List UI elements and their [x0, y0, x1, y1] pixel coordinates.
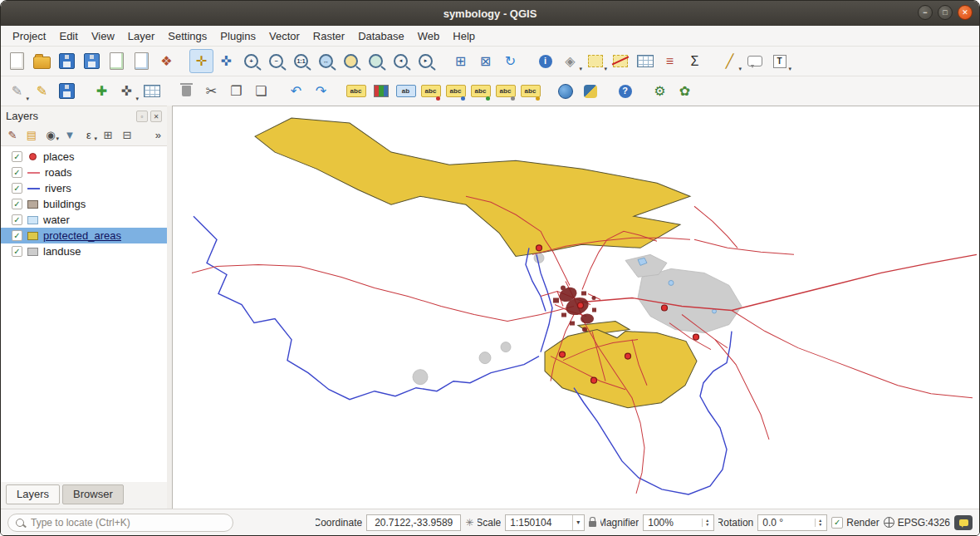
layer-row-places[interactable]: places [1, 149, 167, 165]
tab-layers[interactable]: Layers [6, 484, 60, 504]
undo-icon[interactable]: ↶ [284, 79, 308, 103]
layer-labeling-icon[interactable]: abc [344, 79, 368, 103]
new-map-view-icon[interactable]: ⊞ [448, 49, 473, 73]
layer-checkbox[interactable] [12, 214, 22, 225]
copy-features-icon[interactable]: ❐ [224, 79, 248, 103]
maximize-button[interactable]: □ [938, 5, 953, 20]
zoom-in-icon[interactable]: + [239, 49, 263, 73]
panel-overflow-chevron[interactable]: » [153, 129, 164, 141]
layer-row-rivers[interactable]: rivers [1, 180, 167, 196]
chevron-down-icon[interactable]: ▾ [572, 515, 580, 530]
select-features-icon[interactable]: ▾ [583, 49, 607, 73]
cut-features-icon[interactable]: ✂ [199, 79, 223, 103]
statistical-summary-icon[interactable]: Σ [683, 49, 707, 73]
show-hide-labels-icon[interactable]: abc [443, 79, 468, 103]
highlight-labels-icon[interactable]: ab [394, 79, 418, 103]
layer-checkbox[interactable] [12, 199, 22, 209]
pan-map-icon[interactable]: ✛ [189, 49, 213, 73]
layer-diagram-icon[interactable] [369, 79, 393, 103]
layer-row-protected-areas[interactable]: protected_areas [1, 228, 167, 243]
save-project-icon[interactable] [55, 49, 79, 73]
refresh-map-icon[interactable]: ↻ [498, 49, 522, 73]
show-layout-manager-icon[interactable] [130, 49, 154, 73]
move-label-icon[interactable]: abc [468, 79, 492, 103]
titlebar[interactable]: symbology - QGIS − □ ✕ [1, 1, 979, 26]
measure-icon[interactable]: ╱ ▾ [718, 49, 742, 73]
save-project-as-icon[interactable] [80, 49, 104, 73]
layer-checkbox[interactable] [12, 183, 22, 194]
pin-labels-icon[interactable]: abc [419, 79, 443, 103]
open-project-icon[interactable] [30, 49, 54, 73]
filter-legend-icon[interactable]: ▼ [61, 126, 78, 143]
toggle-editing-icon[interactable]: ✎ [30, 79, 54, 103]
map-canvas[interactable] [173, 106, 979, 509]
layer-checkbox[interactable] [12, 151, 22, 162]
rotation-spinbox[interactable]: 0.0 ° ▲▼ [757, 514, 827, 531]
change-label-icon[interactable]: abc [518, 79, 542, 103]
scale-combobox[interactable]: 1:150104 ▾ [505, 514, 585, 531]
deselect-features-icon[interactable] [608, 49, 632, 73]
collapse-all-icon[interactable]: ⊟ [119, 126, 135, 143]
zoom-last-icon[interactable]: ◂ [389, 49, 413, 73]
new-3d-map-view-icon[interactable]: ⊠ [473, 49, 497, 73]
zoom-out-icon[interactable]: − [264, 49, 288, 73]
zoom-to-layer-icon[interactable] [364, 49, 388, 73]
new-print-layout-icon[interactable] [105, 49, 129, 73]
layer-checkbox[interactable] [12, 230, 22, 241]
menu-item[interactable]: Project [6, 27, 52, 45]
paste-features-icon[interactable]: ❏ [249, 79, 273, 103]
menu-item[interactable]: Raster [306, 27, 351, 45]
delete-selected-icon[interactable] [174, 79, 198, 103]
identify-features-icon[interactable]: i [533, 49, 557, 73]
locate-input[interactable] [29, 516, 225, 529]
save-layer-edits-icon[interactable] [55, 79, 79, 103]
menu-item[interactable]: Vector [262, 27, 306, 45]
vertex-tool-icon[interactable]: ✜ ▾ [115, 79, 139, 103]
redo-icon[interactable]: ↷ [309, 79, 333, 103]
pan-to-selection-icon[interactable]: ✜ [214, 49, 238, 73]
locate-search[interactable] [7, 514, 233, 532]
menu-item[interactable]: Plugins [213, 27, 262, 45]
menu-item[interactable]: Web [411, 27, 447, 45]
spinner-arrows-icon[interactable]: ▲▼ [815, 519, 822, 527]
layer-checkbox[interactable] [12, 167, 22, 178]
layer-checkbox[interactable] [12, 246, 22, 257]
minimize-button[interactable]: − [918, 5, 933, 20]
render-checkbox[interactable] [831, 517, 843, 529]
metasearch-icon[interactable] [553, 79, 577, 103]
zoom-to-selection-icon[interactable] [339, 49, 363, 73]
scale-lock-icon[interactable] [589, 521, 596, 527]
python-console-icon[interactable] [578, 79, 602, 103]
float-panel-icon[interactable]: ▫ [136, 111, 148, 122]
render-toggle[interactable]: Render [831, 517, 879, 529]
run-feature-action-icon[interactable]: ◈ ▾ [558, 49, 582, 73]
open-attribute-table-icon[interactable] [633, 49, 657, 73]
current-edits-icon[interactable]: ✎ ▾ [5, 79, 29, 103]
menu-item[interactable]: Database [351, 27, 411, 45]
messages-button[interactable] [954, 515, 973, 530]
menu-item[interactable]: Layer [121, 27, 162, 45]
help-icon[interactable]: ? [613, 79, 637, 103]
map-tips-icon[interactable] [742, 49, 767, 73]
crs-status-button[interactable]: EPSG:4326 [884, 517, 950, 529]
coordinates-toggle-icon[interactable]: ✳ [465, 517, 473, 529]
menu-item[interactable]: Help [446, 27, 482, 45]
filter-by-expression-icon[interactable]: ε ▾ [81, 126, 97, 143]
style-manager-icon[interactable]: ❖ [154, 49, 179, 73]
new-project-icon[interactable] [5, 49, 29, 73]
magnifier-spinbox[interactable]: 100% ▲▼ [643, 514, 714, 531]
layer-row-landuse[interactable]: landuse [1, 243, 167, 259]
zoom-full-icon[interactable]: ↔ [314, 49, 338, 73]
add-group-icon[interactable]: ▤ [23, 126, 40, 143]
layer-row-water[interactable]: water [1, 212, 167, 228]
menu-item[interactable]: View [85, 27, 121, 45]
layer-row-roads[interactable]: roads [1, 165, 167, 180]
coordinate-field[interactable]: 20.7122,-33.9589 [366, 514, 461, 531]
open-layer-styling-icon[interactable]: ✎ [4, 126, 21, 143]
field-calculator-icon[interactable]: ≡ [658, 49, 682, 73]
menu-item[interactable]: Edit [52, 27, 84, 45]
tab-browser[interactable]: Browser [62, 484, 124, 504]
add-feature-icon[interactable]: ✚ [90, 79, 114, 103]
expand-all-icon[interactable]: ⊞ [100, 126, 116, 143]
manage-map-themes-icon[interactable]: ◉ ▾ [42, 126, 59, 143]
